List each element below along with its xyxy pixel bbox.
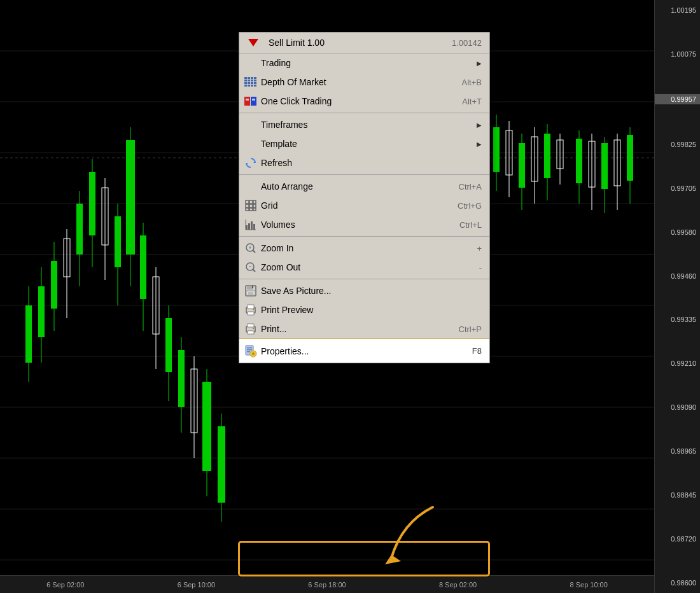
time-label-2: 6 Sep 10:00	[178, 581, 215, 589]
refresh-item[interactable]: Refresh	[239, 153, 489, 172]
svg-rect-76	[251, 82, 253, 84]
zoom-out-item[interactable]: Zoom Out -	[239, 258, 489, 277]
grid-item[interactable]: Grid Ctrl+G	[239, 196, 489, 215]
volumes-shortcut: Ctrl+L	[459, 220, 482, 230]
template-icon	[244, 137, 257, 150]
print-preview-label: Print Preview	[261, 305, 482, 315]
print-preview-icon	[244, 303, 257, 316]
svg-rect-72	[251, 80, 253, 81]
price-label-4: 0.99705	[655, 185, 700, 192]
grid-label: Grid	[261, 200, 458, 211]
svg-rect-124	[253, 328, 254, 329]
timeframes-icon	[244, 118, 257, 131]
trading-item[interactable]: Trading ▶	[239, 53, 489, 73]
svg-rect-37	[178, 350, 185, 407]
sell-limit-price: 1.00142	[452, 38, 482, 48]
properties-shortcut: F8	[472, 346, 482, 356]
separator-2	[239, 174, 489, 175]
svg-point-130	[252, 352, 255, 355]
svg-rect-91	[246, 204, 249, 207]
svg-rect-94	[246, 208, 249, 211]
svg-rect-99	[251, 221, 253, 230]
properties-item[interactable]: Properties... F8	[239, 338, 489, 363]
svg-rect-114	[252, 286, 253, 288]
save-icon	[244, 284, 257, 297]
price-label-8: 0.99210	[655, 359, 700, 367]
svg-rect-81	[254, 85, 256, 87]
svg-rect-74	[244, 82, 247, 84]
print-item[interactable]: Print... Ctrl+P	[239, 319, 489, 338]
auto-arrange-item[interactable]: Auto Arrange Ctrl+A	[239, 177, 489, 196]
print-label: Print...	[261, 324, 459, 334]
svg-rect-35	[165, 318, 172, 372]
separator-4	[239, 279, 489, 279]
properties-icon	[244, 345, 257, 358]
dom-shortcut: Alt+B	[462, 78, 482, 87]
timeframes-item[interactable]: Timeframes ▶	[239, 115, 489, 134]
auto-arrange-shortcut: Ctrl+A	[459, 182, 482, 192]
svg-rect-41	[202, 382, 211, 471]
volumes-item[interactable]: Volumes Ctrl+L	[239, 215, 489, 234]
svg-rect-123	[248, 331, 254, 334]
timeframes-arrow: ▶	[477, 122, 482, 129]
svg-rect-79	[248, 85, 250, 87]
trading-icon	[244, 57, 257, 69]
svg-point-111	[248, 265, 252, 269]
oct-shortcut: Alt+T	[462, 97, 482, 106]
price-label-5: 0.99580	[655, 228, 700, 236]
svg-rect-75	[248, 82, 250, 84]
svg-rect-77	[254, 82, 256, 84]
separator-3	[239, 236, 489, 237]
zoom-in-item[interactable]: Zoom In +	[239, 239, 489, 258]
template-label: Template	[261, 139, 477, 149]
svg-rect-118	[248, 305, 254, 309]
svg-rect-49	[519, 143, 525, 188]
refresh-label: Refresh	[261, 158, 482, 168]
print-shortcut: Ctrl+P	[459, 324, 482, 334]
time-label-1: 6 Sep 02:00	[46, 581, 84, 589]
svg-rect-45	[493, 127, 500, 172]
svg-rect-127	[247, 349, 252, 351]
price-label-12: 0.98720	[655, 535, 700, 543]
svg-rect-126	[247, 347, 252, 349]
zoom-out-shortcut: -	[479, 263, 482, 272]
timeframes-label: Timeframes	[261, 120, 477, 130]
svg-rect-66	[244, 77, 247, 79]
svg-rect-85	[252, 99, 255, 101]
template-item[interactable]: Template ▶	[239, 134, 489, 153]
save-as-picture-item[interactable]: Save As Picture...	[239, 281, 489, 300]
svg-point-107	[248, 246, 252, 249]
depth-of-market-item[interactable]: Depth Of Market Alt+B	[239, 73, 489, 92]
zoom-in-icon	[244, 242, 257, 255]
svg-rect-70	[244, 80, 247, 81]
volumes-label: Volumes	[261, 220, 459, 230]
svg-rect-120	[253, 309, 254, 310]
svg-rect-61	[601, 143, 608, 189]
svg-rect-69	[254, 77, 256, 79]
svg-rect-65	[627, 135, 633, 181]
svg-rect-96	[253, 208, 256, 211]
svg-rect-116	[248, 292, 253, 295]
svg-rect-100	[253, 224, 255, 230]
svg-rect-92	[249, 204, 253, 207]
print-preview-item[interactable]: Print Preview	[239, 300, 489, 319]
price-label-2: 1.00075	[655, 50, 700, 58]
zoom-out-icon	[244, 261, 257, 274]
properties-label: Properties...	[261, 346, 472, 356]
svg-rect-73	[254, 80, 256, 81]
svg-rect-98	[248, 223, 250, 230]
refresh-icon	[244, 157, 257, 169]
svg-rect-71	[248, 80, 250, 81]
dom-label: Depth Of Market	[261, 77, 462, 87]
trading-arrow: ▶	[477, 60, 482, 67]
svg-rect-17	[51, 261, 57, 309]
svg-line-110	[253, 269, 255, 272]
dom-icon	[244, 76, 257, 88]
svg-rect-27	[115, 216, 121, 267]
sell-limit-item[interactable]: Sell Limit 1.00 1.00142	[239, 32, 489, 53]
svg-rect-119	[248, 312, 254, 315]
svg-rect-134	[256, 353, 257, 354]
zoom-in-shortcut: +	[477, 244, 482, 253]
one-click-trading-item[interactable]: One Click Trading Alt+T	[239, 92, 489, 111]
template-arrow: ▶	[477, 141, 482, 148]
